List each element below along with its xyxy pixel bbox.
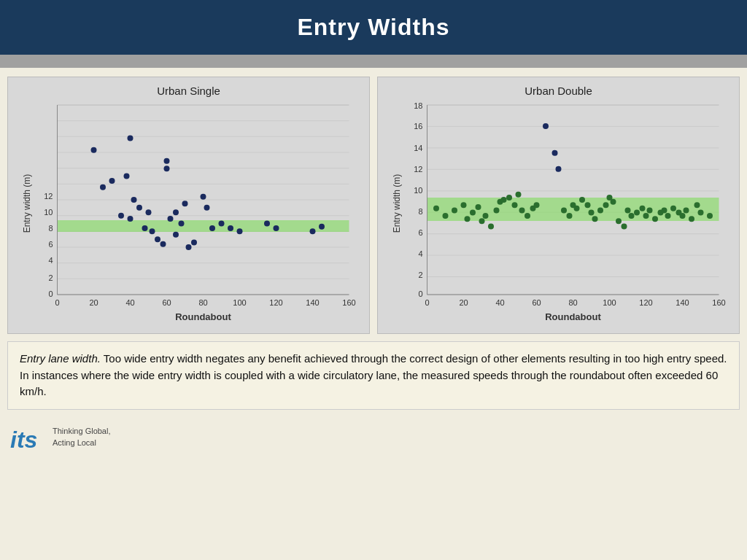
svg-point-51 [168, 216, 174, 222]
divider-bar [0, 55, 747, 68]
svg-text:6: 6 [48, 240, 53, 249]
svg-point-141 [629, 213, 635, 219]
description-italic: Entry lane width. [20, 352, 101, 365]
svg-point-127 [567, 213, 573, 219]
svg-point-126 [561, 208, 567, 214]
svg-point-49 [164, 158, 170, 164]
svg-point-50 [164, 166, 170, 171]
svg-point-155 [694, 202, 700, 208]
svg-point-46 [150, 228, 155, 234]
svg-point-48 [160, 241, 166, 247]
svg-point-156 [698, 209, 704, 215]
svg-point-148 [662, 208, 667, 214]
svg-point-130 [579, 197, 585, 203]
svg-point-123 [543, 123, 549, 129]
chart-urban-double: Urban Double [377, 77, 740, 334]
svg-point-157 [707, 213, 713, 219]
main-content: Urban Single [0, 68, 747, 416]
page-header: Entry Widths [0, 0, 747, 55]
svg-point-133 [592, 216, 598, 222]
svg-text:100: 100 [233, 298, 246, 307]
svg-point-146 [652, 216, 658, 222]
svg-rect-14 [58, 220, 349, 232]
its-logo-svg: its [9, 423, 45, 452]
svg-text:14: 14 [414, 144, 422, 152]
svg-point-44 [142, 225, 148, 231]
svg-point-109 [476, 204, 481, 210]
logo-line1: Thinking Global, [53, 426, 111, 437]
svg-point-45 [146, 209, 152, 215]
svg-text:Entry width (m): Entry width (m) [392, 174, 402, 233]
svg-point-39 [124, 174, 130, 179]
svg-point-104 [443, 213, 449, 219]
svg-point-149 [665, 213, 671, 219]
logo-icon: its [9, 423, 45, 452]
description-box: Entry lane width. Too wide entry width n… [7, 341, 740, 410]
svg-point-108 [470, 209, 476, 215]
description-text: Entry lane width. Too wide entry width n… [20, 351, 727, 400]
svg-point-117 [512, 202, 518, 208]
svg-point-131 [585, 202, 591, 208]
svg-point-58 [201, 194, 206, 200]
svg-point-63 [237, 228, 243, 234]
svg-point-61 [219, 221, 225, 227]
svg-point-138 [616, 218, 622, 224]
svg-point-53 [173, 232, 179, 238]
svg-text:160: 160 [342, 298, 355, 307]
svg-text:Roundabout: Roundabout [175, 311, 231, 322]
svg-point-145 [647, 208, 653, 214]
svg-text:80: 80 [198, 298, 207, 307]
svg-point-154 [689, 216, 694, 222]
svg-text:0: 0 [48, 289, 53, 298]
svg-point-64 [264, 221, 270, 227]
svg-text:80: 80 [568, 298, 577, 307]
svg-point-57 [191, 240, 197, 246]
svg-point-40 [128, 136, 133, 141]
svg-text:its: its [10, 427, 37, 452]
svg-point-120 [525, 213, 530, 219]
svg-text:20: 20 [459, 298, 468, 307]
svg-point-65 [274, 225, 279, 231]
svg-point-52 [173, 209, 179, 215]
svg-point-129 [574, 206, 580, 211]
charts-row: Urban Single [7, 77, 740, 334]
svg-point-56 [186, 244, 192, 250]
logo-line2: Acting Local [53, 438, 111, 448]
svg-text:140: 140 [306, 298, 319, 307]
svg-text:40: 40 [495, 298, 504, 307]
description-normal: Too wide entry width negates any benefit… [20, 352, 727, 397]
svg-point-36 [100, 184, 106, 190]
chart-svg-single: 0 2 4 6 8 10 12 Entry width (m) 0 20 40 … [14, 101, 363, 327]
svg-point-41 [128, 216, 133, 222]
page-title: Entry Widths [297, 14, 449, 41]
svg-text:6: 6 [418, 228, 422, 237]
svg-text:12: 12 [44, 192, 53, 201]
svg-point-140 [625, 208, 631, 214]
svg-point-42 [131, 197, 137, 203]
svg-point-60 [209, 225, 215, 231]
svg-text:0: 0 [425, 298, 429, 307]
svg-point-35 [91, 147, 97, 153]
svg-text:120: 120 [639, 298, 652, 307]
svg-point-137 [611, 199, 616, 205]
svg-point-119 [519, 208, 525, 214]
svg-text:4: 4 [48, 256, 53, 265]
svg-point-59 [204, 205, 210, 211]
svg-point-132 [589, 209, 595, 215]
svg-point-116 [506, 195, 512, 201]
svg-point-139 [622, 224, 627, 230]
svg-text:Entry width (m): Entry width (m) [22, 174, 32, 233]
svg-text:160: 160 [712, 298, 725, 307]
svg-point-122 [534, 202, 540, 208]
svg-text:0: 0 [55, 298, 59, 307]
svg-text:0: 0 [418, 289, 422, 298]
svg-text:2: 2 [48, 273, 53, 282]
svg-text:12: 12 [414, 165, 422, 174]
svg-point-55 [182, 201, 188, 206]
svg-text:100: 100 [603, 298, 616, 307]
svg-point-142 [634, 209, 640, 215]
svg-point-112 [488, 224, 494, 230]
svg-text:18: 18 [414, 101, 422, 110]
svg-point-103 [433, 206, 439, 211]
svg-point-110 [479, 218, 485, 224]
